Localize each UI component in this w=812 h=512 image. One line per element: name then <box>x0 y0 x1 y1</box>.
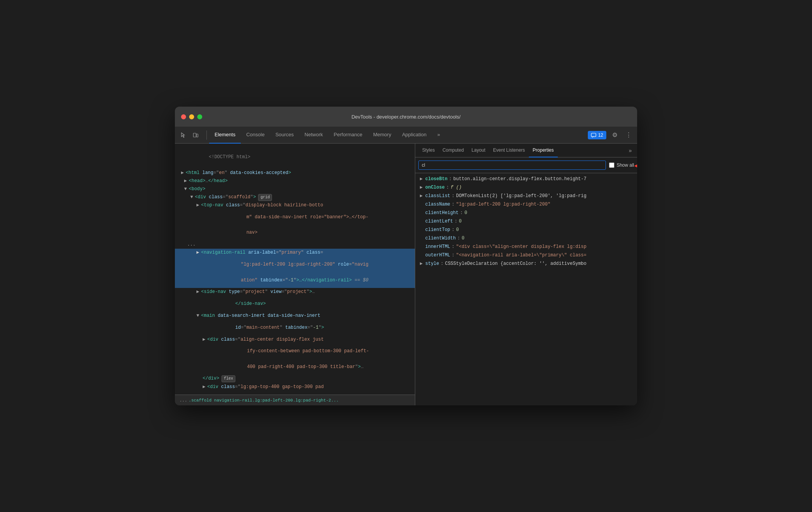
dom-line-body[interactable]: ▼ <body> <box>175 185 415 193</box>
panel-more-icon[interactable]: » <box>626 147 634 154</box>
prop-arrow-classList[interactable]: ▶ <box>420 192 425 199</box>
prop-innerHTML[interactable]: innerHTML : "<div class=\"align-center d… <box>415 243 637 251</box>
dom-line-doctype[interactable]: <!DOCTYPE html> <box>175 146 415 169</box>
dom-line-gap-div-2: -left-400 pad-right-400">…</div> <box>175 391 415 395</box>
arrow-scaffold[interactable]: ▼ <box>190 194 195 201</box>
maximize-button[interactable] <box>197 114 202 119</box>
dom-line-top-nav[interactable]: ▶ <top-nav class="display-block hairline… <box>175 201 415 209</box>
prop-clientTop[interactable]: clientTop : 0 <box>415 226 637 234</box>
toolbar-icons <box>178 130 201 141</box>
tab-styles[interactable]: Styles <box>418 144 439 157</box>
breadcrumb-scaffold[interactable]: .scaffold navigation-rail.lg:pad-left-20… <box>189 398 339 403</box>
dom-line-main[interactable]: ▼ <main data-search-inert data-side-nav-… <box>175 312 415 320</box>
dom-line-title-bar-2: ify-content-between pad-bottom-300 pad-l… <box>175 344 415 359</box>
tab-application[interactable]: Application <box>397 127 432 144</box>
dom-line-top-nav-2: m" data-side-nav-inert role="banner">…</… <box>175 210 415 225</box>
tab-network[interactable]: Network <box>299 127 329 144</box>
tab-event-listeners[interactable]: Event Listeners <box>489 144 529 157</box>
arrow-gap-div[interactable]: ▶ <box>203 383 207 391</box>
dom-line-title-bar[interactable]: ▶ <div class="align-center display-flex … <box>175 336 415 344</box>
prop-className[interactable]: className : "lg:pad-left-200 lg:pad-righ… <box>415 200 637 209</box>
prop-outerHTML[interactable]: outerHTML : "<navigation-rail aria-label… <box>415 251 637 259</box>
dom-line-title-bar-3: 400 pad-right-400 pad-top-300 title-bar"… <box>175 359 415 375</box>
tab-console[interactable]: Console <box>241 127 270 144</box>
cursor-icon <box>180 132 186 138</box>
dom-line-div-close[interactable]: </div> flex <box>175 375 415 383</box>
arrow-title-bar[interactable]: ▶ <box>203 336 207 343</box>
dom-line-main-2: id="main-content" tabindex="-1" > <box>175 320 415 335</box>
prop-clientHeight[interactable]: clientHeight : 0 <box>415 209 637 217</box>
traffic-lights <box>181 114 202 119</box>
prop-clientLeft[interactable]: clientLeft : 0 <box>415 217 637 226</box>
devtools-toolbar: Elements Console Sources Network Perform… <box>175 127 637 144</box>
tab-computed[interactable]: Computed <box>439 144 468 157</box>
dom-line-ellipsis[interactable]: ... <box>175 241 415 249</box>
tab-memory[interactable]: Memory <box>368 127 397 144</box>
panel-tabs: Styles Computed Layout Event Listeners P… <box>415 144 637 157</box>
arrow-body[interactable]: ▼ <box>184 186 189 193</box>
issues-badge-button[interactable]: 12 <box>588 131 606 139</box>
dom-line-nav-rail-2: "lg:pad-left-200 lg:pad-right-200" role=… <box>175 257 415 273</box>
prop-onClose[interactable]: ▶ onClose : f () <box>415 183 637 192</box>
svg-rect-1 <box>196 134 198 137</box>
search-bar: Show all ◀ <box>415 157 637 173</box>
toolbar-divider <box>206 131 207 140</box>
properties-content: ▶ closeBtn : button.align-center.display… <box>415 173 637 405</box>
device-toggle-button[interactable] <box>190 130 201 141</box>
prop-closeBtn[interactable]: ▶ closeBtn : button.align-center.display… <box>415 175 637 183</box>
dom-line-scaffold[interactable]: ▼ <div class="scaffold" > grid <box>175 193 415 201</box>
prop-style[interactable]: ▶ style : CSSStyleDeclaration {accentCol… <box>415 259 637 268</box>
arrow-nav-rail[interactable]: ▶ <box>196 249 201 256</box>
dom-tree: <!DOCTYPE html> ▶ <html lang="en" data-c… <box>175 144 415 395</box>
prop-arrow-onClose[interactable]: ▶ <box>420 184 425 191</box>
svg-rect-2 <box>591 133 596 137</box>
prop-arrow-closeBtn[interactable]: ▶ <box>420 176 425 182</box>
more-options-button[interactable]: ⋮ <box>623 130 634 141</box>
dom-line-gap-div[interactable]: ▶ <div class="lg:gap-top-400 gap-top-300… <box>175 383 415 391</box>
show-all-label: Show all <box>609 162 634 168</box>
device-icon <box>193 132 199 138</box>
dom-line-side-nav[interactable]: ▶ <side-nav type="project" view="project… <box>175 288 415 296</box>
title-bar: DevTools - developer.chrome.com/docs/dev… <box>175 107 637 127</box>
tab-layout[interactable]: Layout <box>468 144 489 157</box>
properties-panel: Styles Computed Layout Event Listeners P… <box>415 144 637 405</box>
dom-line-nav-rail[interactable]: ▶ <navigation-rail aria-label="primary" … <box>175 249 415 257</box>
breadcrumb-dots: ... <box>180 398 187 403</box>
dom-line-side-nav-close: </side-nav> <box>175 296 415 312</box>
devtools-main: <!DOCTYPE html> ▶ <html lang="en" data-c… <box>175 144 637 405</box>
tab-more[interactable]: » <box>432 127 445 144</box>
tab-properties[interactable]: Properties <box>529 144 558 157</box>
settings-button[interactable]: ⚙ <box>609 130 620 141</box>
dom-line-nav-rail-3: ation" tabindex="-1" >…</navigation-rail… <box>175 273 415 288</box>
arrow-head[interactable]: ▶ <box>184 177 189 185</box>
dom-line-top-nav-3: nav> <box>175 225 415 241</box>
prop-clientWidth[interactable]: clientWidth : 0 <box>415 234 637 243</box>
inspect-element-button[interactable] <box>178 130 189 141</box>
chat-icon <box>591 132 596 138</box>
tab-sources[interactable]: Sources <box>270 127 299 144</box>
tab-performance[interactable]: Performance <box>328 127 367 144</box>
svg-rect-0 <box>193 133 196 137</box>
toolbar-right: 12 ⚙ ⋮ <box>588 130 634 141</box>
tab-elements[interactable]: Elements <box>209 127 241 144</box>
flex-badge: flex <box>221 375 235 382</box>
prop-arrow-style[interactable]: ▶ <box>420 260 425 267</box>
window-title: DevTools - developer.chrome.com/docs/dev… <box>351 114 460 120</box>
arrow-main[interactable]: ▼ <box>196 312 201 320</box>
breadcrumb-bar: ... .scaffold navigation-rail.lg:pad-lef… <box>175 395 415 405</box>
elements-panel: <!DOCTYPE html> ▶ <html lang="en" data-c… <box>175 144 415 405</box>
show-all-checkbox[interactable] <box>609 162 614 168</box>
close-button[interactable] <box>181 114 186 119</box>
properties-search-input[interactable] <box>418 161 606 170</box>
devtools-window: DevTools - developer.chrome.com/docs/dev… <box>175 107 637 405</box>
minimize-button[interactable] <box>189 114 194 119</box>
grid-badge: grid <box>258 194 272 201</box>
arrow-html[interactable]: ▶ <box>181 169 186 177</box>
arrow-top-nav[interactable]: ▶ <box>196 202 201 209</box>
dom-line-head[interactable]: ▶ <head>…</head> <box>175 177 415 185</box>
red-arrow-indicator: ◀ <box>634 158 637 172</box>
prop-classList[interactable]: ▶ classList : DOMTokenList(2) ['lg:pad-l… <box>415 192 637 200</box>
dom-line-html[interactable]: ▶ <html lang="en" data-cookies-accepted … <box>175 169 415 177</box>
arrow-side-nav[interactable]: ▶ <box>196 288 201 296</box>
main-tabs: Elements Console Sources Network Perform… <box>209 127 588 144</box>
